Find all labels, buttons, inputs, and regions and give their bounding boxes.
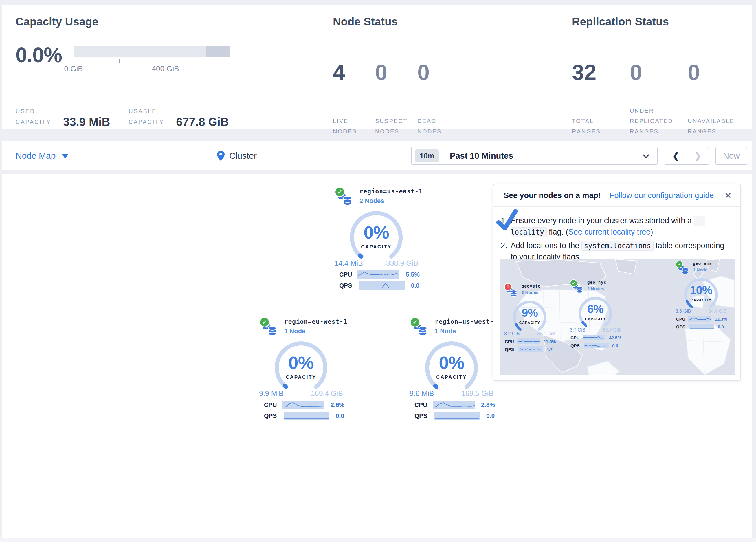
section-title-replication: Replication Status	[572, 16, 669, 28]
cpu-sparkline	[517, 339, 540, 344]
usable-value: 338.9 GiB	[386, 259, 418, 267]
live-nodes-metric: 4 LIVE NODES	[333, 32, 371, 137]
locality-label[interactable]: region=us-west-1	[435, 318, 498, 325]
cluster-summary-panel: Capacity Usage 0.0% 0 GiB 400 GiB USED C…	[2, 5, 752, 128]
under-replicated-value: 0	[630, 61, 642, 83]
qps-sparkline	[359, 282, 405, 290]
node-count-link[interactable]: 2 Nodes	[359, 197, 423, 205]
dead-nodes-value: 0	[417, 61, 430, 83]
node-count-link[interactable]: 1 Node	[284, 328, 347, 335]
node-map-setup-popup: See your nodes on a map! Follow our conf…	[493, 184, 741, 381]
locality-label[interactable]: region=eu-west-1	[284, 318, 347, 325]
capacity-word: CAPACITY	[508, 321, 551, 325]
toolbar-divider	[398, 141, 398, 170]
qps-label: QPS	[339, 282, 359, 289]
healthy-check-icon: ✓	[259, 317, 270, 328]
tick-label-400: 400 GiB	[152, 64, 179, 73]
setup-step-1: 1.Ensure every node in your cluster was …	[511, 215, 729, 238]
cpu-value: 42.5%	[609, 335, 621, 340]
capacity-word: CAPACITY	[420, 374, 483, 380]
step-text: )	[650, 227, 653, 236]
cpu-row: CPU 2.8%	[408, 401, 495, 409]
close-icon[interactable]: ✕	[724, 190, 732, 201]
breadcrumb-label: Cluster	[229, 151, 257, 161]
cpu-row: CPU 5.5%	[333, 270, 420, 279]
now-button[interactable]: Now	[715, 146, 747, 165]
suspect-nodes-label: SUSPECT NODES	[375, 116, 413, 137]
time-forward-button[interactable]: ❯	[687, 147, 709, 164]
cpu-label: CPU	[414, 401, 433, 408]
time-back-button[interactable]: ❮	[665, 147, 687, 164]
map-toolbar: Node Map Cluster 10m Past 10 Minutes ❮ ❯…	[2, 141, 752, 170]
view-selector-dropdown[interactable]: Node Map	[16, 141, 68, 170]
capacity-word: CAPACITY	[344, 244, 408, 250]
capacity-used-percent: 0.0%	[16, 45, 62, 65]
cpu-row: CPU 11.0%	[504, 339, 556, 344]
used-capacity-stat: USED CAPACITY 33.9 MiB	[16, 106, 110, 127]
usable-value: 169.4 GiB	[311, 390, 343, 398]
usable-capacity-label: USABLE CAPACITY	[129, 106, 175, 127]
map-pin-icon	[217, 150, 225, 161]
configuration-guide-link[interactable]: Follow our configuration guide	[610, 191, 714, 200]
node-count: 1 Node	[693, 267, 712, 272]
capacity-gauge: 0% CAPACITY	[344, 210, 408, 258]
region-marker-us-west-1[interactable]: ✓ region=us-west-1 1 Node 0% CAPACITY 9.…	[408, 317, 495, 420]
capacity-gauge: 9% CAPACITY	[508, 299, 551, 331]
region-marker-us-east-1[interactable]: ✓ region=us-east-1 2 Nodes 0% CAPACITY 1…	[333, 187, 420, 290]
locality-label[interactable]: region=us-east-1	[359, 188, 423, 195]
healthy-check-icon: ✓	[335, 187, 345, 197]
time-range-dropdown[interactable]: 10m Past 10 Minutes	[411, 146, 658, 165]
map-marker-geo-nyc[interactable]: ✓ geo=nyc 2 Nodes 6% CAPACITY 3.7 GiB 65…	[569, 280, 621, 348]
qps-row: QPS 0.0	[569, 343, 621, 348]
breadcrumb[interactable]: Cluster	[217, 141, 257, 170]
total-ranges-metric: 32 TOTAL RANGES	[572, 32, 624, 137]
region-marker-eu-west-1[interactable]: ✓ region=eu-west-1 1 Node 0% CAPACITY 9.…	[258, 317, 344, 420]
map-marker-geo-sfo[interactable]: 1 geo=sfo 2 Nodes 9% CAPACITY 3.2 GiB 35…	[504, 283, 556, 352]
cpu-sparkline	[583, 335, 605, 341]
cpu-value: 11.0%	[544, 339, 556, 344]
step-text: flag. (	[547, 227, 568, 236]
capacity-percent: 6%	[574, 303, 617, 316]
qps-sparkline	[284, 412, 329, 420]
qps-value: 0.0	[718, 324, 724, 329]
qps-label: QPS	[570, 343, 584, 348]
cpu-label: CPU	[570, 335, 583, 340]
cpu-label: CPU	[676, 317, 688, 322]
qps-row: QPS 0.0	[333, 282, 420, 290]
used-value: 9.6 MiB	[410, 390, 434, 398]
unavailable-ranges-value: 0	[688, 61, 700, 83]
healthy-check-icon: ✓	[410, 317, 420, 328]
usable-value: 34.4 GiB	[709, 309, 726, 314]
time-window-label: Past 10 Minutes	[450, 151, 513, 161]
qps-row: QPS 0.0	[258, 412, 344, 420]
replication-status-section: Replication Status 32 TOTAL RANGES 0 UND…	[572, 16, 669, 28]
capacity-percent: 0%	[269, 352, 333, 373]
used-value: 3.7 GiB	[570, 328, 585, 333]
big-blue-check-icon	[494, 208, 520, 233]
cpu-value: 5.5%	[406, 271, 420, 278]
usable-value: 169.5 GiB	[461, 390, 493, 398]
locality-label: geo=nyc	[587, 280, 606, 285]
locality-label: geo=ams	[693, 261, 712, 266]
qps-value: 0.0	[612, 343, 618, 348]
cpu-sparkline	[357, 270, 400, 279]
locality-tree-link[interactable]: See current locality tree	[568, 227, 651, 236]
dead-nodes-label: DEAD NODES	[417, 116, 455, 137]
usable-capacity-value: 677.8 GiB	[176, 115, 229, 128]
map-marker-geo-ams[interactable]: ✓ geo=ams 1 Node 10% CAPACITY 3.6 GiB 34…	[675, 260, 727, 330]
section-title-capacity: Capacity Usage	[16, 16, 322, 28]
usable-value: 65.7 GiB	[603, 328, 621, 333]
unavailable-ranges-label: UNAVAILABLE RANGES	[688, 116, 740, 137]
qps-label: QPS	[414, 412, 434, 419]
capacity-percent: 0%	[420, 352, 483, 373]
capacity-bar-chart: 0 GiB 400 GiB	[74, 46, 230, 73]
cpu-sparkline	[282, 401, 324, 409]
healthy-check-icon: ✓	[570, 280, 577, 287]
capacity-bar-track	[74, 46, 230, 57]
qps-value: 0.0	[411, 282, 419, 289]
qps-row: QPS 0.0	[408, 412, 495, 420]
capacity-gauge: 6% CAPACITY	[574, 295, 617, 328]
used-value: 3.6 GiB	[676, 309, 691, 314]
healthy-check-icon: ✓	[676, 260, 683, 268]
node-count-link[interactable]: 1 Node	[435, 328, 498, 335]
